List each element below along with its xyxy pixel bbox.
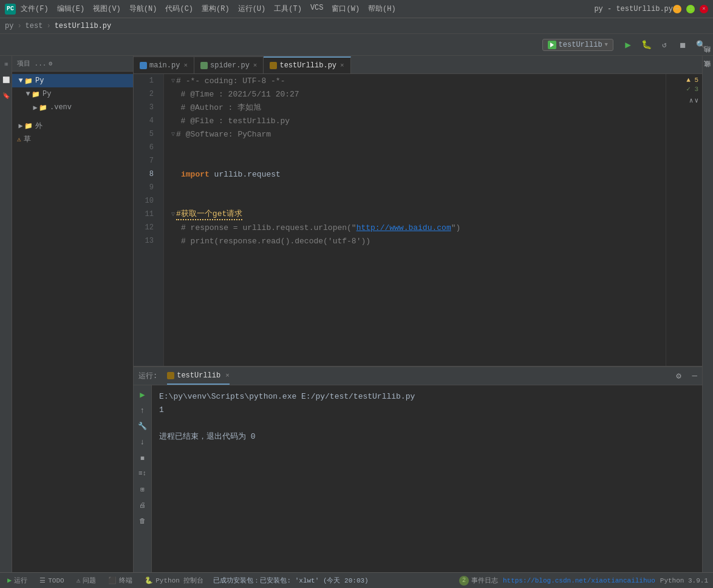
- project-panel-header: 项目 ... ⚙: [12, 56, 133, 72]
- tab-close-testurllib-py[interactable]: ×: [340, 62, 344, 69]
- tree-item-py[interactable]: ▼ 📁 Py: [12, 74, 133, 87]
- tabs-bar: main.py × spider.py × testUrllib.py ×: [134, 56, 702, 74]
- run-button[interactable]: ▶: [621, 38, 635, 52]
- menu-run[interactable]: 运行(U): [238, 4, 266, 14]
- menu-window[interactable]: 窗口(W): [332, 4, 360, 14]
- scroll-up-button[interactable]: ↑: [136, 404, 149, 417]
- close-button[interactable]: ×: [700, 5, 708, 13]
- fold-icon-5[interactable]: ▽: [171, 130, 175, 138]
- search-everywhere-button[interactable]: 🔍: [694, 38, 708, 52]
- status-link[interactable]: https://blog.csdn.net/xiaotiancailihuo: [503, 577, 655, 584]
- tab-testurllib-py[interactable]: testUrllib.py ×: [264, 56, 350, 73]
- rerun-button[interactable]: ▶: [136, 388, 149, 401]
- code-comment-12a: # response = urllib.request.urlopen(": [181, 223, 356, 232]
- tab-spider-py[interactable]: spider.py ×: [194, 56, 264, 73]
- fold-icon-11[interactable]: ▽: [171, 211, 175, 218]
- tree-item-py-sub[interactable]: ▼ 📁 Py: [12, 87, 133, 101]
- status-todo-tab[interactable]: ☰ TODO: [37, 576, 66, 584]
- scroll-down-button[interactable]: ↓: [136, 435, 149, 448]
- code-line-5: ▽ # @Software: PyCharm: [171, 127, 666, 141]
- breadcrumb-test[interactable]: test: [26, 22, 43, 30]
- bottom-tab-testurllib[interactable]: testUrllib ×: [167, 367, 230, 385]
- menu-help[interactable]: 帮助(H): [368, 4, 396, 14]
- line-num-13: 13: [134, 234, 159, 248]
- bottom-tab-testurllib-label: testUrllib: [177, 371, 220, 380]
- code-content[interactable]: ▽ # -*- coding: UTF-8 -*- # @Time : 2021…: [164, 74, 666, 366]
- menu-navigate[interactable]: 导航(N): [129, 4, 157, 14]
- bottom-tab-close[interactable]: ×: [225, 372, 230, 379]
- menu-edit[interactable]: 编辑(E): [57, 4, 85, 14]
- run-panel: ▶ ↑ 🔧 ↓ ◼ ≡↕ ⊞ 🖨 🗑 E:\py\venv\Scripts\py…: [134, 385, 702, 572]
- reload-button[interactable]: ↺: [657, 38, 672, 52]
- menu-tools[interactable]: 工具(T): [274, 4, 302, 14]
- structure-icon[interactable]: ⬜: [0, 73, 13, 87]
- project-icon[interactable]: ≡: [0, 57, 13, 72]
- sort-button[interactable]: ≡↕: [136, 467, 149, 480]
- code-editor[interactable]: 1 2 3 4 5 6 7 8 9 10 11 12 13 ▽ # -*- co…: [134, 74, 702, 366]
- menu-view[interactable]: 视图(V): [93, 4, 121, 14]
- maximize-button[interactable]: □: [686, 5, 695, 13]
- project-panel-title: 项目 ...: [17, 59, 46, 68]
- collapse-icon[interactable]: ∨: [694, 96, 698, 104]
- minimize-button[interactable]: ─: [673, 5, 681, 13]
- tab-close-spider-py[interactable]: ×: [253, 62, 258, 69]
- status-run-tab[interactable]: ▶ 运行: [5, 576, 30, 585]
- breadcrumb-file[interactable]: testUrllib.py: [55, 22, 112, 30]
- run-config-label: testUrllib: [559, 41, 602, 49]
- run-config-icon: [548, 41, 556, 49]
- bottom-minimize-icon[interactable]: ─: [692, 371, 697, 381]
- expand-icon-py-sub: ▼: [24, 90, 32, 98]
- status-python-label: Python 控制台: [155, 576, 203, 585]
- editor-right-info: ▲ 5 ✓ 3 ∧ ∨: [666, 74, 702, 366]
- expand-icon[interactable]: ∧: [689, 96, 694, 104]
- status-python-console-tab[interactable]: 🐍 Python 控制台: [142, 576, 206, 585]
- stop-button[interactable]: ◼: [675, 38, 690, 52]
- todo-icon: ☰: [39, 576, 46, 584]
- line-num-10: 10: [134, 194, 159, 208]
- menu-code[interactable]: 代码(C): [165, 4, 193, 14]
- tree-item-outer-folder[interactable]: ▶ 📁 外: [12, 119, 133, 132]
- folder-icon-py: 📁: [24, 77, 33, 85]
- tree-item-venv[interactable]: ▶ 📁 .venv: [12, 101, 133, 114]
- output-line-1: E:\py\venv\Scripts\python.exe E:/py/test…: [159, 390, 695, 404]
- menu-vcs[interactable]: VCS: [310, 4, 324, 14]
- event-label: 事件日志: [471, 576, 498, 585]
- code-comment-3: # @Author : 李如旭: [171, 102, 261, 113]
- event-log[interactable]: 2 事件日志: [459, 576, 498, 586]
- stop-run-button[interactable]: ◼: [136, 451, 149, 464]
- right-panel-strip: 结构 收藏: [702, 56, 713, 572]
- menu-file[interactable]: 文件(F): [21, 4, 49, 14]
- menu-bar[interactable]: 文件(F) 编辑(E) 视图(V) 导航(N) 代码(C) 重构(R) 运行(U…: [21, 4, 594, 14]
- bottom-settings-icon[interactable]: ⚙: [676, 371, 681, 381]
- code-line-11: ▽ #获取一个get请求: [171, 208, 666, 221]
- status-terminal-tab[interactable]: ⬛ 终端: [106, 576, 135, 585]
- breadcrumb-py[interactable]: py: [5, 22, 13, 30]
- folder-icon-outer: 📁: [24, 122, 33, 130]
- fold-icon-1[interactable]: ▽: [171, 77, 175, 84]
- file-icon-grass: ⚠: [17, 135, 21, 143]
- debug-button[interactable]: 🐛: [639, 38, 653, 52]
- tab-main-py[interactable]: main.py ×: [134, 56, 194, 73]
- align-button[interactable]: ⊞: [136, 482, 149, 496]
- print-button[interactable]: 🖨: [136, 498, 149, 512]
- project-settings-icon[interactable]: ⚙: [49, 60, 52, 67]
- line-num-12: 12: [134, 221, 159, 234]
- tab-icon-main-py: [140, 62, 147, 69]
- bookmark-icon[interactable]: 🔖: [0, 89, 13, 103]
- menu-refactor[interactable]: 重构(R): [202, 4, 230, 14]
- trash-button[interactable]: 🗑: [136, 514, 149, 527]
- status-problem-tab[interactable]: ⚠ 问题: [74, 576, 99, 585]
- python-icon: 🐍: [145, 576, 153, 584]
- output-line-4: 进程已结束，退出代码为 0: [159, 430, 695, 444]
- window-controls: ─ □ ×: [673, 5, 708, 13]
- status-right: 2 事件日志 https://blog.csdn.net/xiaotiancai…: [459, 576, 708, 586]
- code-link-baidu[interactable]: http://www.baidu.com: [356, 223, 451, 232]
- run-output: E:\py\venv\Scripts\python.exe E:/py/test…: [152, 385, 702, 572]
- project-tree: ▼ 📁 Py ▼ 📁 Py ▶ 📁 .venv ▶ 📁 外: [12, 72, 133, 148]
- tab-close-main-py[interactable]: ×: [183, 62, 188, 69]
- wrench-icon[interactable]: 🔧: [136, 419, 149, 433]
- left-icon-strip: ≡ ⬜ 🔖: [0, 56, 12, 572]
- status-terminal-label: 终端: [119, 576, 132, 585]
- run-config-button[interactable]: testUrllib ▼: [542, 39, 613, 51]
- tree-item-grass[interactable]: ⚠ 草: [12, 132, 133, 146]
